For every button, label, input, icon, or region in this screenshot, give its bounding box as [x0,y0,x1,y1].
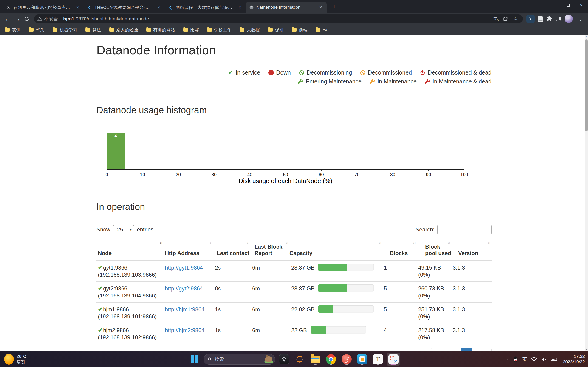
volume-muted-icon[interactable] [541,357,547,362]
bookmark-folder[interactable]: 别人的经验 [109,27,138,33]
back-button[interactable]: ← [3,14,12,24]
bookmark-folder[interactable]: 算法 [86,27,101,33]
ime-language-indicator[interactable]: 英 [522,356,527,362]
capacity-bar [311,326,366,334]
scroll-up-arrow-icon[interactable]: ▲ [585,35,588,39]
tray-time: 17:32 [563,354,585,359]
scrollbar-thumb[interactable] [585,40,588,131]
x-axis-tickmark [214,170,214,171]
battery-plugged-icon[interactable] [551,357,558,361]
http-address-link[interactable]: http://gyt2:9864 [165,285,203,292]
legend-down: Down [268,69,291,76]
capacity-bar-fill [318,284,346,292]
start-button[interactable] [188,352,201,366]
document-extension-icon[interactable] [538,16,544,22]
header-node[interactable]: ↓↑Node [96,240,164,260]
tab-close-icon[interactable]: ✕ [75,5,81,10]
bookmark-folder[interactable]: 前端 [292,27,308,33]
running-indicator [314,365,317,365]
sort-icon: ↓↑ [378,240,381,245]
share-icon[interactable] [502,15,510,23]
sort-icon: ↓↑ [285,240,288,245]
bookmark-folder[interactable]: 学校工作 [207,27,232,33]
browser-tab-1[interactable]: 在阿里云和腾讯云的轻量应用服 ✕ [3,2,84,13]
http-address-link[interactable]: http://hjm2:9864 [165,327,204,333]
taskbar-app-typora[interactable]: T [371,352,384,366]
running-indicator [346,365,348,365]
header-capacity[interactable]: ↓↑Capacity [289,240,382,260]
running-indicator [377,365,379,365]
extensions-puzzle-icon[interactable] [547,15,553,22]
header-http-address[interactable]: ↓↑Http Address [164,240,214,260]
window-controls: ─ ✕ [548,0,588,10]
taskbar-search[interactable]: 搜索 [204,354,275,365]
capacity-value: 22 GB [291,327,307,334]
search-input[interactable] [437,225,492,234]
page-size-select[interactable]: 25▾ [113,225,134,234]
tab-close-icon[interactable]: ✕ [156,5,162,10]
http-address-link[interactable]: http://gyt1:9864 [165,265,203,271]
page-scrollbar[interactable]: ▲ ▼ [585,35,588,351]
taskbar-app-screen-record[interactable] [293,352,306,366]
taskbar-app-vmware[interactable] [355,352,369,366]
table-row: ✔gyt2:9866(192.168.139.104:9866) http://… [96,282,492,302]
forward-button[interactable]: → [12,14,22,24]
folder-icon [292,28,296,32]
header-blocks[interactable]: ↓↑Blocks [382,240,417,260]
header-last-block-report[interactable]: ↓↑Last Block Report [251,240,289,260]
bookmark-star-icon[interactable]: ☆ [512,15,519,23]
bookmark-folder[interactable]: 有趣的网站 [146,27,175,33]
bookmark-folder[interactable]: 比赛 [183,27,199,33]
side-panel-icon[interactable] [556,17,561,21]
tab-close-icon[interactable]: ✕ [318,5,324,10]
tab-title: 在阿里云和腾讯云的轻量应用服 [13,5,73,10]
taskbar-app-snail[interactable] [340,352,353,366]
translate-icon[interactable]: 文A [492,15,499,23]
next-page-button[interactable]: Next [472,348,491,352]
tab-close-icon[interactable]: ✕ [237,5,243,10]
taskbar-app-chrome[interactable] [324,352,338,366]
qq-icon[interactable] [513,356,519,362]
bookmark-folder[interactable]: cv [316,27,327,33]
legend-in-service: ✔In service [228,69,260,76]
capacity-bar [318,305,374,313]
bookmark-folder[interactable]: 实训 [5,27,21,33]
maximize-button[interactable] [561,0,575,10]
taskbar-app-game-launcher[interactable] [277,352,291,366]
weather-widget[interactable]: 26°C 晴朗 [4,354,26,365]
browser-tab-active[interactable]: Namenode information ✕ [246,2,327,13]
tray-chevron-up-icon[interactable] [505,357,509,361]
taskbar-app-snipping-tool[interactable]: ✂ [387,352,400,366]
bookmarks-bar: 实训 华为 机器学习 算法 别人的经验 有趣的网站 比赛 学校工作 大数据 保研… [0,25,588,35]
profile-avatar[interactable] [565,15,573,23]
wrench-icon [424,79,431,85]
previous-page-button[interactable]: Previous [431,348,460,352]
taskbar-app-file-explorer[interactable] [309,352,322,366]
legend-decommissioning: Decommissioning [299,69,352,76]
bookmark-folder[interactable]: 华为 [29,27,44,33]
header-version[interactable]: ↓↑Version [451,240,492,260]
page-1-button[interactable]: 1 [461,348,472,352]
bookmark-folder[interactable]: 保研 [268,27,284,33]
x-axis-tick-label: 0 [105,172,108,177]
header-block-pool-used[interactable]: ↓↑Block pool used [417,240,451,260]
x-axis-tickmark [321,170,321,171]
scroll-down-arrow-icon[interactable]: ▼ [585,348,588,351]
browser-tab-3[interactable]: 网络课程—大数据存储与管理实 ✕ [165,2,246,13]
bookmark-folder[interactable]: 大数据 [240,27,260,33]
x-axis-tickmark [178,170,179,171]
wifi-icon[interactable] [531,357,537,362]
minimize-button[interactable]: ─ [548,0,561,10]
close-button[interactable]: ✕ [575,0,588,10]
reload-button[interactable] [22,14,32,24]
address-bar[interactable]: 不安全 hjm1 :9870/dfshealth.html#tab-datano… [34,15,523,23]
bookmark-folder[interactable]: 机器学习 [53,27,77,33]
taskbar-clock[interactable]: 17:32 2023/10/22 [563,354,585,365]
new-tab-button[interactable]: + [330,2,338,10]
dev-extension-icon[interactable] [527,15,535,23]
folder-icon [207,28,212,32]
header-last-contact[interactable]: ↓↑Last contact [214,240,251,260]
browser-menu-icon[interactable]: ⋮ [576,16,585,22]
browser-tab-2[interactable]: THEOL在线教育综合平台-长沙理 ✕ [84,2,165,13]
http-address-link[interactable]: http://hjm1:9864 [165,306,204,312]
